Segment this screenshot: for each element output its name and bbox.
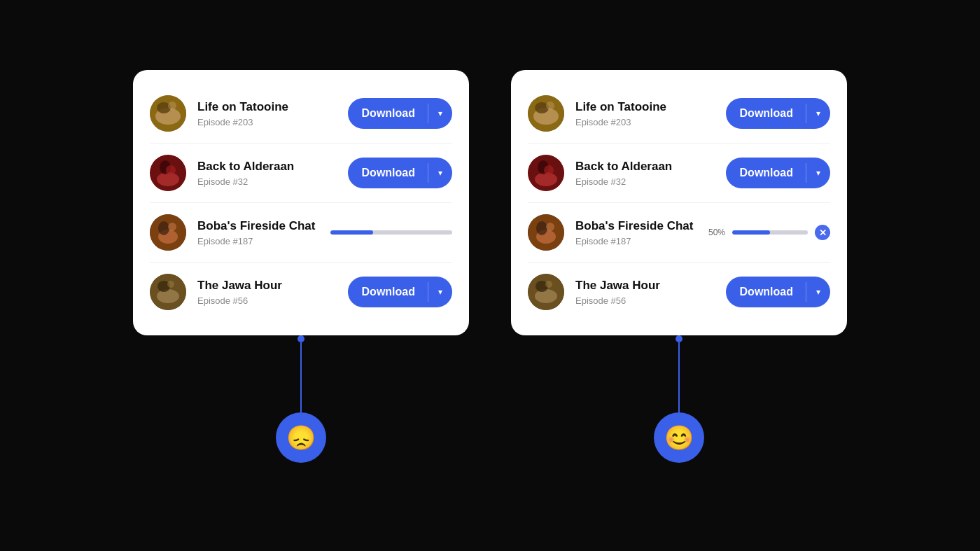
download-button[interactable]: Download ▾ (726, 98, 830, 129)
download-label: Download (726, 167, 806, 179)
chevron-down-icon: ▾ (428, 168, 452, 178)
connector-dot (676, 335, 682, 342)
download-label: Download (348, 167, 428, 179)
svg-point-26 (536, 221, 547, 235)
chevron-down-icon: ▾ (806, 287, 830, 297)
episode-info: Life on Tatooine Episode #203 (575, 99, 715, 127)
download-button[interactable]: Download ▾ (726, 158, 830, 188)
svg-point-7 (166, 165, 176, 175)
avatar (528, 274, 564, 310)
progress-track (330, 230, 452, 235)
episode-row: Life on Tatooine Episode #203 Download ▾ (528, 84, 830, 143)
svg-point-27 (546, 223, 554, 231)
download-label: Download (348, 107, 428, 120)
svg-point-29 (535, 289, 557, 303)
right-card: Life on Tatooine Episode #203 Download ▾ (511, 70, 847, 335)
sad-emoji-icon: 😞 (286, 424, 316, 452)
episode-info: The Jawa Hour Episode #56 (197, 278, 337, 305)
episode-row: Life on Tatooine Episode #203 Download ▾ (150, 84, 452, 143)
connector-line (300, 342, 302, 412)
episode-subtitle: Episode #187 (197, 236, 319, 246)
avatar (528, 214, 564, 251)
episode-title: Back to Alderaan (197, 159, 337, 174)
progress-fill (330, 230, 373, 235)
progress-fill (732, 230, 770, 235)
cancel-download-button[interactable]: ✕ (815, 225, 830, 240)
download-button[interactable]: Download ▾ (348, 98, 452, 129)
episode-info: Life on Tatooine Episode #203 (197, 99, 337, 127)
avatar (150, 214, 186, 251)
download-label: Download (726, 107, 806, 120)
episode-subtitle: Episode #56 (575, 295, 715, 306)
avatar (150, 274, 186, 310)
left-card: Life on Tatooine Episode #203 Download ▾ (133, 70, 469, 335)
svg-point-23 (544, 165, 554, 175)
episode-info: Boba's Fireside Chat Episode #187 (575, 218, 697, 246)
connector-dot (298, 335, 304, 342)
connector-line (678, 342, 680, 412)
svg-point-15 (167, 281, 174, 288)
episode-subtitle: Episode #203 (575, 117, 715, 127)
chevron-down-icon: ▾ (428, 109, 452, 118)
episode-subtitle: Episode #32 (575, 176, 715, 187)
download-label: Download (726, 286, 806, 298)
download-button[interactable]: Download ▾ (348, 277, 452, 307)
progress-track (732, 230, 808, 235)
avatar (528, 95, 564, 132)
happy-emoji-icon: 😊 (664, 424, 694, 452)
episode-subtitle: Episode #187 (575, 236, 697, 246)
svg-point-13 (157, 289, 179, 303)
episode-subtitle: Episode #203 (197, 117, 337, 127)
progress-container (330, 230, 452, 235)
episode-row: Boba's Fireside Chat Episode #187 (150, 202, 452, 262)
svg-point-5 (157, 172, 179, 186)
svg-point-21 (535, 172, 557, 186)
episode-row: Back to Alderaan Episode #32 Download ▾ (150, 143, 452, 202)
progress-container: 50% ✕ (708, 225, 830, 240)
episode-row: Boba's Fireside Chat Episode #187 50% ✕ (528, 202, 830, 262)
episode-title: The Jawa Hour (575, 278, 715, 293)
happy-emoji-circle: 😊 (654, 412, 704, 463)
episode-title: Life on Tatooine (575, 99, 715, 115)
sad-emoji-circle: 😞 (276, 412, 326, 463)
episode-subtitle: Episode #56 (197, 295, 337, 306)
chevron-down-icon: ▾ (806, 109, 830, 118)
avatar (528, 155, 564, 191)
svg-point-19 (546, 102, 554, 110)
episode-title: Boba's Fireside Chat (575, 218, 697, 234)
left-connector: 😞 (276, 335, 326, 463)
svg-point-10 (158, 221, 169, 235)
download-button[interactable]: Download ▾ (348, 158, 452, 188)
right-panel-wrapper: Life on Tatooine Episode #203 Download ▾ (511, 70, 847, 463)
episode-row: The Jawa Hour Episode #56 Download ▾ (150, 262, 452, 321)
episode-subtitle: Episode #32 (197, 176, 337, 187)
episode-title: Boba's Fireside Chat (197, 218, 319, 234)
svg-point-11 (168, 223, 176, 231)
svg-point-31 (545, 281, 552, 288)
episode-title: Life on Tatooine (197, 99, 337, 115)
right-connector: 😊 (654, 335, 704, 463)
chevron-down-icon: ▾ (428, 287, 452, 297)
episode-info: Boba's Fireside Chat Episode #187 (197, 218, 319, 246)
download-button[interactable]: Download ▾ (726, 277, 830, 307)
episode-title: Back to Alderaan (575, 159, 715, 174)
episode-row: The Jawa Hour Episode #56 Download ▾ (528, 262, 830, 321)
episode-info: The Jawa Hour Episode #56 (575, 278, 715, 305)
svg-point-3 (168, 102, 176, 110)
episode-info: Back to Alderaan Episode #32 (197, 159, 337, 186)
episode-title: The Jawa Hour (197, 278, 337, 293)
download-label: Download (348, 286, 428, 298)
progress-percent: 50% (708, 228, 725, 237)
avatar (150, 155, 186, 191)
episode-row: Back to Alderaan Episode #32 Download ▾ (528, 143, 830, 202)
avatar (150, 95, 186, 132)
episode-info: Back to Alderaan Episode #32 (575, 159, 715, 186)
chevron-down-icon: ▾ (806, 168, 830, 178)
left-panel-wrapper: Life on Tatooine Episode #203 Download ▾ (133, 70, 469, 463)
